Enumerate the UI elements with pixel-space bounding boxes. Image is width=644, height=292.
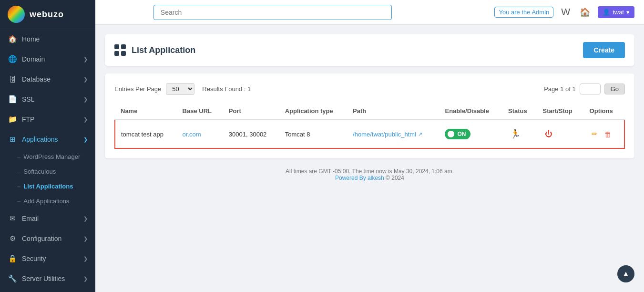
sidebar-item-ssl[interactable]: 📄 SSL ❯ xyxy=(0,89,95,109)
sidebar-item-label: Email xyxy=(22,215,39,222)
sidebar-item-label: SSL xyxy=(22,95,34,103)
chevron-right-icon: ❯ xyxy=(83,216,88,222)
database-icon: 🗄 xyxy=(8,74,17,84)
chevron-right-icon: ❯ xyxy=(83,76,88,83)
cell-enable-disable: ON xyxy=(439,120,502,148)
table-body: tomcat test app or.com 30001, 30002 Tomc… xyxy=(115,120,624,148)
app-type-value: Tomcat 8 xyxy=(285,131,310,138)
sidebar-item-label: Home xyxy=(22,35,40,43)
page-icon xyxy=(114,44,126,56)
external-link-icon: ↗ xyxy=(418,131,422,137)
user-menu-button[interactable]: 👤 twat ▾ xyxy=(598,6,634,18)
sidebar-item-ftp[interactable]: 📁 FTP ❯ xyxy=(0,109,95,129)
admin-badge: You are the Admin xyxy=(494,7,553,18)
home-icon: 🏠 xyxy=(8,34,17,44)
home-header-icon: 🏠 xyxy=(580,7,590,18)
col-start-stop: Start/Stop xyxy=(537,103,584,120)
toggle-enable-button[interactable]: ON xyxy=(445,129,470,139)
sidebar-sub-add-applications[interactable]: – Add Applications xyxy=(0,194,95,209)
home-header-button[interactable]: 🏠 xyxy=(578,5,592,20)
page-title-area: List Application xyxy=(114,44,195,56)
chevron-right-icon: ❯ xyxy=(83,136,88,143)
header-right: You are the Admin W 🏠 👤 twat ▾ xyxy=(494,5,634,20)
delete-button[interactable]: 🗑 xyxy=(603,128,613,140)
dropdown-icon: ▾ xyxy=(626,9,630,16)
path-link[interactable]: /home/twat/public_html xyxy=(353,131,416,138)
col-base-url: Base URL xyxy=(177,103,223,120)
user-label: twat xyxy=(613,9,624,16)
sidebar-sub-wordpress-manager[interactable]: – WordPress Manager xyxy=(0,149,95,164)
app-name: tomcat test app xyxy=(121,131,164,138)
table-toolbar: Entries Per Page 10 25 50 100 Results Fo… xyxy=(114,83,625,95)
delete-icon: 🗑 xyxy=(604,130,612,138)
start-stop-button[interactable]: ⏻ xyxy=(543,128,554,140)
col-path: Path xyxy=(347,103,439,120)
sidebar-item-home[interactable]: 🏠 Home xyxy=(0,29,95,49)
cell-path: /home/twat/public_html ↗ xyxy=(347,120,439,148)
cell-status: 🏃 xyxy=(502,120,537,148)
table-header: Name Base URL Port Application type Path… xyxy=(115,103,624,120)
security-icon: 🔒 xyxy=(8,254,17,263)
table-card: Entries Per Page 10 25 50 100 Results Fo… xyxy=(105,73,634,158)
cell-port: 30001, 30002 xyxy=(223,120,279,148)
applications-icon: ⊞ xyxy=(8,135,17,144)
sidebar-item-label: Applications xyxy=(22,136,58,143)
ftp-icon: 📁 xyxy=(8,115,17,124)
entries-label: Entries Per Page xyxy=(114,85,161,93)
edit-icon: ✏ xyxy=(592,130,598,138)
footer-link[interactable]: Powered By alkesh xyxy=(335,175,384,181)
base-url-link[interactable]: or.com xyxy=(183,131,201,138)
footer-copyright: © 2024 xyxy=(386,175,404,181)
email-icon: ✉ xyxy=(8,214,17,223)
cell-base-url: or.com xyxy=(177,120,223,148)
wordpress-icon: W xyxy=(561,7,570,18)
sidebar-item-label: Configuration xyxy=(22,235,61,242)
ssl-icon: 📄 xyxy=(8,94,17,104)
col-options: Options xyxy=(584,103,624,120)
logo-text: webuzo xyxy=(30,10,64,20)
col-port: Port xyxy=(223,103,279,120)
header: You are the Admin W 🏠 👤 twat ▾ xyxy=(95,0,644,25)
chevron-right-icon: ❯ xyxy=(83,236,88,242)
configuration-icon: ⚙ xyxy=(8,234,17,243)
user-icon: 👤 xyxy=(603,9,610,16)
sidebar-item-database[interactable]: 🗄 Database ❯ xyxy=(0,69,95,89)
edit-button[interactable]: ✏ xyxy=(590,128,600,140)
cell-app-type: Tomcat 8 xyxy=(279,120,347,148)
toggle-label: ON xyxy=(457,131,466,137)
sidebar-sub-softaculous[interactable]: – Softaculous xyxy=(0,164,95,179)
entries-per-page-select[interactable]: 10 25 50 100 xyxy=(166,83,194,95)
cell-options: ✏ 🗑 xyxy=(584,120,624,148)
sidebar-sub-list-applications[interactable]: – List Applications xyxy=(0,179,95,194)
sidebar-item-email[interactable]: ✉ Email ❯ xyxy=(0,209,95,229)
scroll-top-button[interactable]: ▲ xyxy=(617,265,634,282)
chevron-right-icon: ❯ xyxy=(83,256,88,262)
sidebar-item-applications[interactable]: ⊞ Applications ❯ xyxy=(0,129,95,149)
page-number-input[interactable] xyxy=(580,83,601,94)
main-content: You are the Admin W 🏠 👤 twat ▾ xyxy=(95,0,644,292)
port-value: 30001, 30002 xyxy=(229,131,267,138)
page-header-card: List Application Create xyxy=(105,34,634,66)
footer-powered-by: Powered By alkesh © 2024 xyxy=(105,175,634,181)
go-button[interactable]: Go xyxy=(604,83,625,94)
sidebar-item-label: Domain xyxy=(22,55,45,63)
sidebar-item-domain[interactable]: 🌐 Domain ❯ xyxy=(0,49,95,69)
table-row: tomcat test app or.com 30001, 30002 Tomc… xyxy=(115,120,624,148)
status-run-button[interactable]: 🏃 xyxy=(508,127,522,141)
sidebar-item-label: Security xyxy=(22,255,46,262)
sidebar-item-configuration[interactable]: ⚙ Configuration ❯ xyxy=(0,229,95,249)
chevron-right-icon: ❯ xyxy=(83,276,88,282)
sidebar-item-security[interactable]: 🔒 Security ❯ xyxy=(0,249,95,269)
sidebar: webuzo 🏠 Home 🌐 Domain ❯ 🗄 Database ❯ 📄 … xyxy=(0,0,95,292)
pagination-area: Page 1 of 1 Go xyxy=(544,83,625,94)
search-input[interactable] xyxy=(153,5,392,20)
sidebar-logo: webuzo xyxy=(0,0,95,29)
cell-name: tomcat test app xyxy=(115,120,177,148)
sidebar-item-server-utilities[interactable]: 🔧 Server Utilities ❯ xyxy=(0,269,95,289)
wordpress-icon-button[interactable]: W xyxy=(559,5,572,20)
toggle-circle xyxy=(448,131,454,137)
create-button[interactable]: Create xyxy=(583,42,625,58)
search-box xyxy=(153,5,392,20)
chevron-right-icon: ❯ xyxy=(83,56,88,63)
domain-icon: 🌐 xyxy=(8,54,17,64)
